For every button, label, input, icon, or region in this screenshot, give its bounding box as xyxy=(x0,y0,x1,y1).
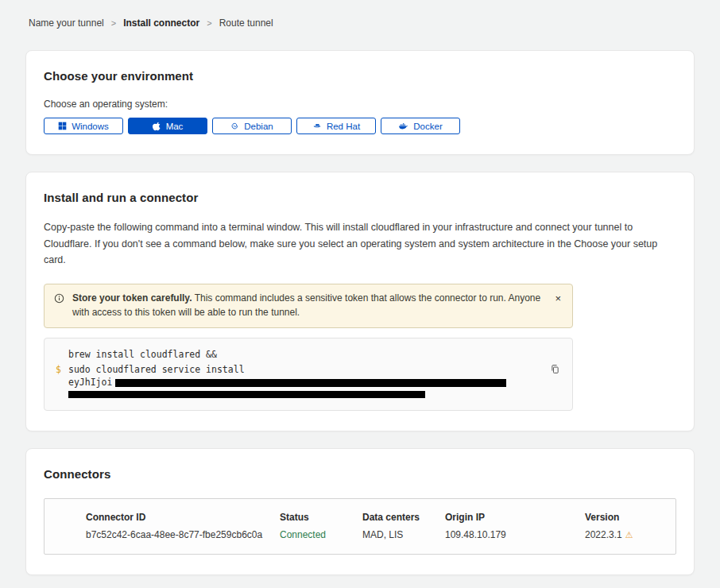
close-icon[interactable]: × xyxy=(552,291,564,306)
connector-id-value: b7c52c42-6caa-48ee-8c77-fbe259cb6c0a xyxy=(86,529,280,540)
column-header-data-centers: Data centers xyxy=(362,512,445,523)
install-command-block: brew install cloudflared && $ sudo cloud… xyxy=(44,338,573,411)
command-text: sudo cloudflared service install xyxy=(68,362,245,377)
data-centers-value: MAD, LIS xyxy=(362,529,445,540)
windows-logo-icon xyxy=(58,122,67,130)
token-warning-alert: Store your token carefully. This command… xyxy=(44,284,573,328)
breadcrumb-item-route-tunnel[interactable]: Route tunnel xyxy=(219,17,273,29)
os-button-group: Windows Mac Debian Red Hat xyxy=(44,118,676,134)
version-cell: 2022.3.1⚠ xyxy=(585,529,675,540)
token-line: eyJhIjoi xyxy=(56,377,561,388)
table-header-row: Connector ID Status Data centers Origin … xyxy=(86,499,675,523)
breadcrumb-separator: > xyxy=(111,18,116,28)
apple-logo-icon xyxy=(153,122,161,131)
token-line xyxy=(68,389,561,400)
origin-ip-value: 109.48.10.179 xyxy=(445,529,585,540)
install-card-title: Install and run a connector xyxy=(44,191,676,204)
column-header-connector-id: Connector ID xyxy=(86,512,280,523)
warning-triangle-icon: ⚠ xyxy=(625,530,633,540)
os-button-mac[interactable]: Mac xyxy=(128,118,207,134)
docker-logo-icon xyxy=(398,122,408,130)
connectors-card-title: Connectors xyxy=(44,467,676,481)
os-button-debian[interactable]: Debian xyxy=(212,118,292,134)
connectors-table: Connector ID Status Data centers Origin … xyxy=(44,498,676,555)
redhat-logo-icon xyxy=(312,122,322,130)
os-select-label: Choose an operating system: xyxy=(44,99,676,110)
status-badge: Connected xyxy=(280,529,362,540)
column-header-status: Status xyxy=(280,512,362,523)
version-value: 2022.3.1 xyxy=(585,529,622,540)
os-button-docker[interactable]: Docker xyxy=(381,118,460,134)
table-row: b7c52c42-6caa-48ee-8c77-fbe259cb6c0a Con… xyxy=(86,523,675,554)
breadcrumb: Name your tunnel > Install connector > R… xyxy=(25,17,695,29)
os-button-label: Mac xyxy=(166,122,184,131)
shell-prompt: $ xyxy=(56,362,68,377)
debian-logo-icon xyxy=(230,122,239,130)
token-warning-text: Store your token carefully. This command… xyxy=(72,291,544,320)
column-header-origin-ip: Origin IP xyxy=(445,512,585,523)
breadcrumb-separator: > xyxy=(207,18,211,28)
install-description: Copy-paste the following command into a … xyxy=(44,219,676,269)
command-text: brew install cloudflared && xyxy=(68,347,217,362)
os-button-label: Docker xyxy=(413,122,442,131)
page: Name your tunnel > Install connector > R… xyxy=(0,0,720,588)
redacted-token-bar xyxy=(115,379,506,387)
os-button-label: Red Hat xyxy=(327,122,360,131)
token-prefix: eyJhIjoi xyxy=(68,377,112,388)
os-button-label: Debian xyxy=(244,122,273,131)
install-connector-card: Install and run a connector Copy-paste t… xyxy=(25,172,695,431)
command-line: $ sudo cloudflared service install xyxy=(56,362,561,377)
os-button-redhat[interactable]: Red Hat xyxy=(296,118,376,134)
connectors-card: Connectors Connector ID Status Data cent… xyxy=(25,448,695,575)
token-warning-title: Store your token carefully. xyxy=(72,292,192,304)
breadcrumb-item-install-connector[interactable]: Install connector xyxy=(123,17,199,29)
environment-card: Choose your environment Choose an operat… xyxy=(25,50,695,155)
os-button-label: Windows xyxy=(72,122,109,131)
prompt-gutter xyxy=(56,347,68,362)
os-button-windows[interactable]: Windows xyxy=(44,118,123,134)
copy-icon[interactable] xyxy=(548,362,562,378)
breadcrumb-item-name-your-tunnel[interactable]: Name your tunnel xyxy=(29,17,104,29)
command-line: brew install cloudflared && xyxy=(56,347,561,362)
environment-card-title: Choose your environment xyxy=(44,69,676,83)
column-header-version: Version xyxy=(585,512,675,523)
redacted-token-bar xyxy=(68,391,425,398)
info-circle-icon xyxy=(54,292,64,320)
